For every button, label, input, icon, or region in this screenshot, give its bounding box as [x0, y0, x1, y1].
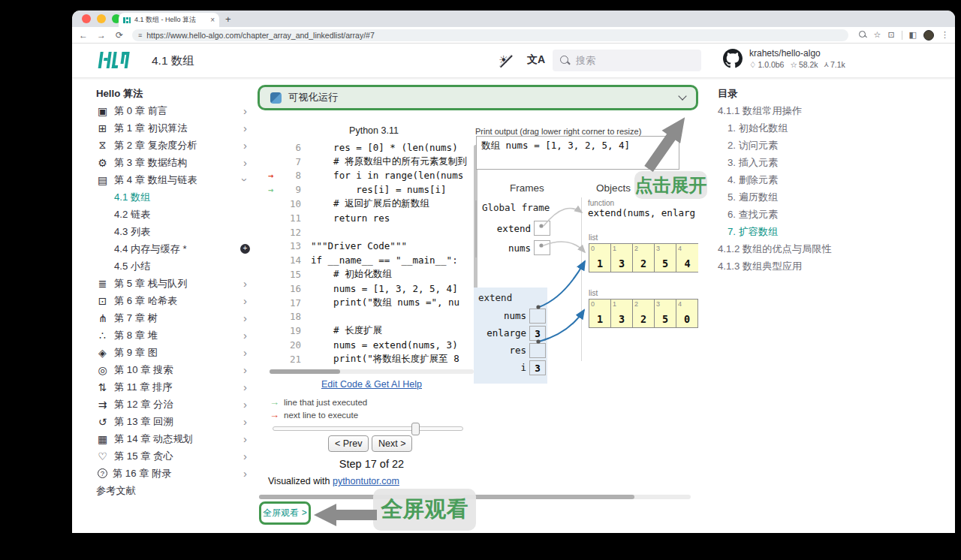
toc-item[interactable]: 6. 查找元素	[718, 206, 875, 223]
traffic-lights[interactable]	[82, 14, 121, 23]
cell-value: 5	[655, 257, 676, 269]
profile-avatar[interactable]	[923, 30, 934, 41]
print-output[interactable]: 数组 nums = [1, 3, 2, 5, 4]	[476, 136, 679, 170]
code-line: 15 # 初始化数组	[268, 267, 467, 282]
code-text: nums = extend(nums, 3)	[311, 339, 458, 351]
sidebar-subitem[interactable]: 4.5 小结	[96, 257, 250, 275]
forward-icon[interactable]: →	[96, 30, 107, 41]
sidebar-item[interactable]: ◎第 10 章 搜索›	[96, 361, 250, 378]
next-button[interactable]: Next >	[372, 435, 412, 452]
extensions-icon[interactable]: ⊡	[887, 30, 894, 40]
tree-icon: ⋔	[96, 312, 109, 324]
toc-item[interactable]: 4.1.3 数组典型应用	[718, 257, 875, 275]
close-window-button[interactable]	[82, 14, 91, 23]
sidebar-subitem[interactable]: 4.2 链表	[96, 206, 250, 223]
sidebar-subitem[interactable]: 4.3 列表	[96, 223, 250, 240]
cell-index: 0	[591, 245, 595, 252]
sidebar-item-label: 第 2 章 复杂度分析	[114, 139, 238, 152]
sidebar-item[interactable]: ▦第 14 章 动态规划›	[96, 430, 250, 447]
fullscreen-hint-arrow	[312, 502, 378, 528]
translate-icon[interactable]: 文A	[527, 53, 545, 67]
code-line: 11 return res	[268, 211, 467, 225]
frame-variable-row: i3	[478, 359, 546, 376]
page-title: 4.1 数组	[152, 53, 194, 69]
toc-item[interactable]: 7. 扩容数组	[718, 223, 875, 240]
sidebar-item[interactable]: ⇉第 12 章 分治›	[96, 396, 250, 413]
sidebar-item[interactable]: ⧖第 2 章 复杂度分析›	[96, 137, 250, 154]
search-chapter-icon: ◎	[96, 364, 109, 376]
sidebar-item[interactable]: ⊡第 6 章 哈希表›	[96, 292, 250, 309]
visual-run-header[interactable]: 可视化运行	[258, 85, 698, 110]
sidebar-item[interactable]: ∴第 8 章 堆›	[96, 327, 250, 344]
site-info-icon[interactable]: ≡	[138, 32, 142, 39]
sidebar-item[interactable]: ⚙第 3 章 数据结构›	[96, 154, 250, 171]
line-number: 18	[283, 311, 301, 322]
minimize-window-button[interactable]	[97, 14, 106, 23]
theme-toggle-icon[interactable]: ☀	[499, 53, 514, 68]
variable-value	[534, 221, 550, 236]
list-cell: 35	[655, 244, 676, 272]
side-panel-icon[interactable]: ◧	[909, 30, 917, 40]
toc-item[interactable]: 4. 删除元素	[718, 171, 875, 188]
toolbar-right: ☆ ⊡ ◧ ⋮	[859, 30, 950, 41]
edit-code-link[interactable]: Edit Code & Get AI Help	[270, 379, 474, 390]
toc-item[interactable]: 5. 遍历数组	[718, 188, 875, 206]
toc-item[interactable]: 2. 访问元素	[718, 137, 875, 154]
code-line: →9 res[i] = nums[i]	[268, 182, 467, 197]
greedy-icon: ♡	[96, 450, 109, 462]
toc-item[interactable]: 3. 插入元素	[718, 154, 875, 171]
browser-tab[interactable]: 4.1 数组 - Hello 算法 ×	[119, 13, 219, 27]
sidebar-subitem[interactable]: 4.4 内存与缓存 *+	[96, 240, 250, 257]
reload-icon[interactable]: ⟳	[114, 30, 125, 41]
fullscreen-link[interactable]: 全屏观看 >	[263, 507, 306, 519]
sidebar-item[interactable]: ▣第 0 章 前言›	[96, 102, 250, 119]
tab-close-icon[interactable]: ×	[210, 16, 215, 24]
sidebar-item[interactable]: 参考文献	[96, 482, 250, 499]
chevron-right-icon: ›	[243, 329, 247, 342]
sidebar-item-label: 4.4 内存与缓存 *	[114, 242, 235, 256]
zoom-icon[interactable]	[859, 31, 867, 39]
repo-stats: ♢1.0.0b6☆58.2kY7.1k	[749, 60, 845, 69]
frames-objects-divider	[581, 197, 582, 361]
toc-item[interactable]: 4.1.1 数组常用操作	[718, 102, 875, 119]
sidebar-item[interactable]: ▤第 4 章 数组与链表›	[96, 171, 250, 188]
sidebar-item[interactable]: ◈第 9 章 图›	[96, 344, 250, 361]
variable-value	[529, 343, 546, 358]
line-number: 21	[283, 354, 301, 365]
back-icon[interactable]: ←	[78, 30, 89, 41]
sidebar-item-label: 第 12 章 分治	[114, 398, 238, 411]
sidebar-item[interactable]: ↺第 13 章 回溯›	[96, 413, 250, 430]
line-number: 12	[283, 227, 301, 238]
search-box[interactable]	[553, 50, 701, 71]
toc-item[interactable]: 1. 初始化数组	[718, 119, 875, 137]
repo-stat: Y7.1k	[824, 60, 845, 69]
sidebar-item[interactable]: Hello 算法	[96, 85, 250, 102]
code-horizontal-scrollbar[interactable]	[270, 369, 474, 374]
toc-item[interactable]: 4.1.2 数组的优点与局限性	[718, 240, 875, 257]
sidebar-subitem[interactable]: 4.1 数组	[96, 188, 250, 206]
data-structure-icon: ⚙	[96, 157, 109, 169]
search-input[interactable]	[576, 55, 688, 66]
sidebar-item-label: 4.1 数组	[114, 191, 250, 204]
sidebar-item[interactable]: ⇅第 11 章 排序›	[96, 378, 250, 396]
repo-card[interactable]: krahets/hello-algo ♢1.0.0b6☆58.2kY7.1k	[723, 48, 845, 69]
sidebar-item[interactable]: ⋔第 7 章 树›	[96, 309, 250, 327]
pythontutor-link[interactable]: pythontutor.com	[333, 476, 399, 486]
sidebar-item[interactable]: ≣第 5 章 栈与队列›	[96, 275, 250, 292]
chevron-right-icon: ›	[243, 381, 247, 393]
url-bar[interactable]: ≡ https://www.hello-algo.com/chapter_arr…	[132, 29, 848, 41]
bookmark-star-icon[interactable]: ☆	[874, 30, 881, 40]
sidebar-item[interactable]: ⊞第 1 章 初识算法›	[96, 119, 250, 137]
python-tutor-frame: Python 3.11 6 res = [0] * (len(nums)7 # …	[258, 110, 698, 493]
hello-algo-logo[interactable]	[98, 50, 132, 71]
menu-dots-icon[interactable]: ⋮	[941, 30, 949, 40]
frames-header: Frames	[495, 182, 559, 194]
new-tab-button[interactable]: +	[225, 14, 231, 25]
hash-table-icon: ⊡	[96, 295, 109, 307]
sidebar-item[interactable]: ♡第 15 章 贪心›	[96, 447, 250, 465]
slider-knob[interactable]	[411, 423, 420, 435]
sidebar-item-label: 第 8 章 堆	[114, 329, 238, 342]
step-slider[interactable]	[273, 426, 463, 431]
sidebar-item[interactable]: ?第 16 章 附录›	[96, 465, 250, 482]
prev-button[interactable]: < Prev	[328, 435, 369, 452]
